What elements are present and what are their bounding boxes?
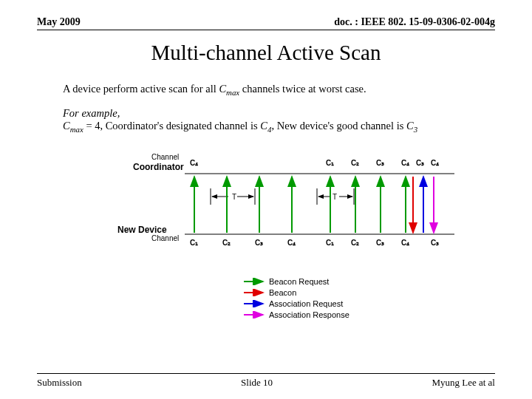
example-line2: Cmax = 4, Coordinator's designated chann…: [63, 120, 469, 134]
legend-beacon: Beacon: [244, 288, 469, 297]
footer-center: Slide 10: [241, 377, 273, 389]
summary-line: A device perform active scan for all Cma…: [63, 83, 469, 97]
legend-assoc-response: Association Response: [244, 310, 469, 319]
footer-left: Submission: [37, 377, 82, 389]
legend-assoc-request: Association Request: [244, 299, 469, 308]
header-rule: [37, 30, 495, 30]
example-line1: For example,: [63, 107, 469, 120]
page-title: Multi-channel Active Scan: [0, 41, 532, 65]
header-left: May 2009: [37, 16, 81, 28]
footer: SubmissionSlide 10Myung Lee at al: [37, 373, 495, 389]
footer-right: Myung Lee at al: [432, 377, 495, 389]
legend-beacon-request: Beacon Request: [244, 277, 469, 286]
legend: Beacon Request Beacon Association Reques…: [244, 277, 469, 319]
header-right: doc. : IEEE 802. 15-09-0306-02-004g: [334, 16, 495, 28]
timing-diagram: Channel Coordinator New Device Channel C…: [63, 147, 469, 274]
